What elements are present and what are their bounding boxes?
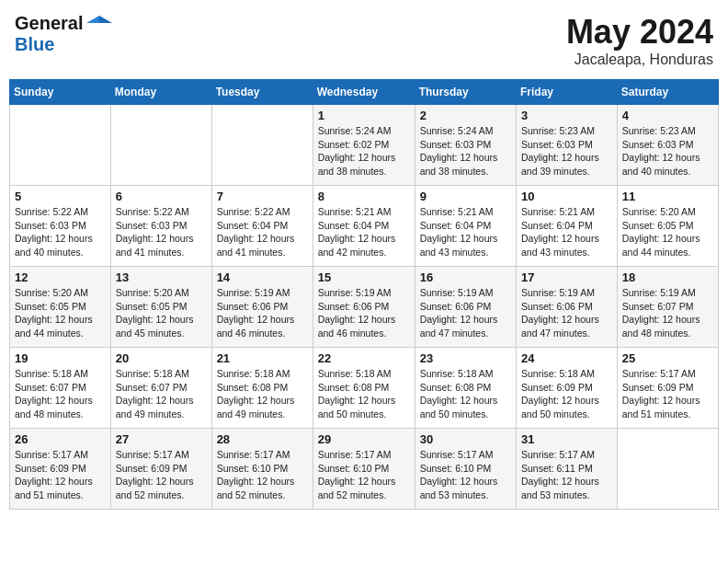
day-info: Sunrise: 5:19 AM Sunset: 6:07 PM Dayligh… xyxy=(622,286,713,340)
calendar-week-row: 19Sunrise: 5:18 AM Sunset: 6:07 PM Dayli… xyxy=(10,348,719,429)
calendar-cell: 27Sunrise: 5:17 AM Sunset: 6:09 PM Dayli… xyxy=(110,429,211,510)
title-area: May 2024 Jacaleapa, Honduras xyxy=(566,13,713,68)
calendar-week-row: 1Sunrise: 5:24 AM Sunset: 6:02 PM Daylig… xyxy=(10,105,719,186)
day-info: Sunrise: 5:18 AM Sunset: 6:07 PM Dayligh… xyxy=(15,367,106,421)
day-info: Sunrise: 5:19 AM Sunset: 6:06 PM Dayligh… xyxy=(420,286,511,340)
day-number: 28 xyxy=(217,432,308,446)
day-info: Sunrise: 5:22 AM Sunset: 6:03 PM Dayligh… xyxy=(15,205,106,259)
calendar-week-row: 26Sunrise: 5:17 AM Sunset: 6:09 PM Dayli… xyxy=(10,429,719,510)
calendar-cell xyxy=(10,105,111,186)
day-info: Sunrise: 5:17 AM Sunset: 6:10 PM Dayligh… xyxy=(217,448,308,502)
day-info: Sunrise: 5:22 AM Sunset: 6:03 PM Dayligh… xyxy=(116,205,207,259)
calendar-cell: 19Sunrise: 5:18 AM Sunset: 6:07 PM Dayli… xyxy=(10,348,111,429)
day-number: 4 xyxy=(622,109,713,122)
day-number: 18 xyxy=(622,270,713,284)
weekday-header-wednesday: Wednesday xyxy=(313,80,415,105)
day-info: Sunrise: 5:24 AM Sunset: 6:03 PM Dayligh… xyxy=(420,124,511,178)
calendar-week-row: 5Sunrise: 5:22 AM Sunset: 6:03 PM Daylig… xyxy=(10,186,719,267)
day-number: 15 xyxy=(318,270,410,284)
day-number: 12 xyxy=(15,270,106,284)
calendar-cell: 17Sunrise: 5:19 AM Sunset: 6:06 PM Dayli… xyxy=(517,267,618,348)
day-info: Sunrise: 5:17 AM Sunset: 6:09 PM Dayligh… xyxy=(15,448,106,502)
day-number: 24 xyxy=(521,351,612,365)
day-info: Sunrise: 5:20 AM Sunset: 6:05 PM Dayligh… xyxy=(622,205,713,259)
calendar-cell: 3Sunrise: 5:23 AM Sunset: 6:03 PM Daylig… xyxy=(517,105,618,186)
day-info: Sunrise: 5:22 AM Sunset: 6:04 PM Dayligh… xyxy=(217,205,308,259)
calendar-week-row: 12Sunrise: 5:20 AM Sunset: 6:05 PM Dayli… xyxy=(10,267,719,348)
weekday-header-row: SundayMondayTuesdayWednesdayThursdayFrid… xyxy=(10,80,719,105)
calendar-cell: 25Sunrise: 5:17 AM Sunset: 6:09 PM Dayli… xyxy=(617,348,718,429)
calendar-cell: 12Sunrise: 5:20 AM Sunset: 6:05 PM Dayli… xyxy=(10,267,111,348)
calendar-cell xyxy=(617,429,718,510)
calendar-cell: 15Sunrise: 5:19 AM Sunset: 6:06 PM Dayli… xyxy=(313,267,415,348)
logo: General Blue xyxy=(15,13,112,55)
day-info: Sunrise: 5:17 AM Sunset: 6:09 PM Dayligh… xyxy=(116,448,207,502)
day-info: Sunrise: 5:21 AM Sunset: 6:04 PM Dayligh… xyxy=(318,205,410,259)
day-number: 26 xyxy=(15,432,106,446)
day-info: Sunrise: 5:18 AM Sunset: 6:07 PM Dayligh… xyxy=(116,367,207,421)
day-info: Sunrise: 5:20 AM Sunset: 6:05 PM Dayligh… xyxy=(116,286,207,340)
day-number: 25 xyxy=(622,351,713,365)
calendar-table: SundayMondayTuesdayWednesdayThursdayFrid… xyxy=(9,79,719,510)
day-info: Sunrise: 5:19 AM Sunset: 6:06 PM Dayligh… xyxy=(318,286,410,340)
calendar-cell: 10Sunrise: 5:21 AM Sunset: 6:04 PM Dayli… xyxy=(517,186,618,267)
calendar-cell: 23Sunrise: 5:18 AM Sunset: 6:08 PM Dayli… xyxy=(415,348,516,429)
calendar-cell: 8Sunrise: 5:21 AM Sunset: 6:04 PM Daylig… xyxy=(313,186,415,267)
day-number: 7 xyxy=(217,190,308,203)
day-number: 23 xyxy=(420,351,511,365)
calendar-cell: 30Sunrise: 5:17 AM Sunset: 6:10 PM Dayli… xyxy=(415,429,516,510)
calendar-cell xyxy=(211,105,313,186)
weekday-header-friday: Friday xyxy=(517,80,618,105)
day-number: 11 xyxy=(622,190,713,203)
calendar-cell: 26Sunrise: 5:17 AM Sunset: 6:09 PM Dayli… xyxy=(10,429,111,510)
weekday-header-thursday: Thursday xyxy=(415,80,516,105)
day-info: Sunrise: 5:18 AM Sunset: 6:08 PM Dayligh… xyxy=(318,367,410,421)
day-info: Sunrise: 5:19 AM Sunset: 6:06 PM Dayligh… xyxy=(217,286,308,340)
weekday-header-sunday: Sunday xyxy=(10,80,111,105)
calendar-header: General Blue May 2024 Jacaleapa, Hondura… xyxy=(9,9,719,72)
day-number: 6 xyxy=(116,190,207,203)
svg-marker-1 xyxy=(86,16,99,23)
day-number: 21 xyxy=(217,351,308,365)
day-number: 1 xyxy=(318,109,410,122)
calendar-cell: 2Sunrise: 5:24 AM Sunset: 6:03 PM Daylig… xyxy=(415,105,516,186)
day-number: 13 xyxy=(116,270,207,284)
svg-marker-0 xyxy=(99,16,112,23)
day-number: 17 xyxy=(521,270,612,284)
calendar-cell: 16Sunrise: 5:19 AM Sunset: 6:06 PM Dayli… xyxy=(415,267,516,348)
day-info: Sunrise: 5:17 AM Sunset: 6:11 PM Dayligh… xyxy=(521,448,612,502)
day-number: 9 xyxy=(420,190,511,203)
calendar-cell: 14Sunrise: 5:19 AM Sunset: 6:06 PM Dayli… xyxy=(211,267,313,348)
calendar-cell: 18Sunrise: 5:19 AM Sunset: 6:07 PM Dayli… xyxy=(617,267,718,348)
calendar-title: May 2024 xyxy=(566,13,713,52)
calendar-cell: 1Sunrise: 5:24 AM Sunset: 6:02 PM Daylig… xyxy=(313,105,415,186)
calendar-cell: 13Sunrise: 5:20 AM Sunset: 6:05 PM Dayli… xyxy=(110,267,211,348)
calendar-subtitle: Jacaleapa, Honduras xyxy=(566,52,713,68)
calendar-cell xyxy=(110,105,211,186)
logo-bird-icon xyxy=(86,14,112,34)
calendar-cell: 22Sunrise: 5:18 AM Sunset: 6:08 PM Dayli… xyxy=(313,348,415,429)
calendar-cell: 21Sunrise: 5:18 AM Sunset: 6:08 PM Dayli… xyxy=(211,348,313,429)
logo-general-text: General xyxy=(15,13,83,34)
day-info: Sunrise: 5:17 AM Sunset: 6:10 PM Dayligh… xyxy=(318,448,410,502)
day-number: 29 xyxy=(318,432,410,446)
calendar-cell: 11Sunrise: 5:20 AM Sunset: 6:05 PM Dayli… xyxy=(617,186,718,267)
day-number: 14 xyxy=(217,270,308,284)
calendar-cell: 20Sunrise: 5:18 AM Sunset: 6:07 PM Dayli… xyxy=(110,348,211,429)
day-number: 5 xyxy=(15,190,106,203)
calendar-cell: 6Sunrise: 5:22 AM Sunset: 6:03 PM Daylig… xyxy=(110,186,211,267)
day-info: Sunrise: 5:19 AM Sunset: 6:06 PM Dayligh… xyxy=(521,286,612,340)
day-info: Sunrise: 5:18 AM Sunset: 6:09 PM Dayligh… xyxy=(521,367,612,421)
day-number: 30 xyxy=(420,432,511,446)
day-info: Sunrise: 5:21 AM Sunset: 6:04 PM Dayligh… xyxy=(521,205,612,259)
calendar-cell: 24Sunrise: 5:18 AM Sunset: 6:09 PM Dayli… xyxy=(517,348,618,429)
day-number: 2 xyxy=(420,109,511,122)
day-info: Sunrise: 5:18 AM Sunset: 6:08 PM Dayligh… xyxy=(217,367,308,421)
day-number: 27 xyxy=(116,432,207,446)
day-info: Sunrise: 5:20 AM Sunset: 6:05 PM Dayligh… xyxy=(15,286,106,340)
calendar-cell: 28Sunrise: 5:17 AM Sunset: 6:10 PM Dayli… xyxy=(211,429,313,510)
calendar-cell: 31Sunrise: 5:17 AM Sunset: 6:11 PM Dayli… xyxy=(517,429,618,510)
day-info: Sunrise: 5:18 AM Sunset: 6:08 PM Dayligh… xyxy=(420,367,511,421)
calendar-cell: 5Sunrise: 5:22 AM Sunset: 6:03 PM Daylig… xyxy=(10,186,111,267)
day-number: 22 xyxy=(318,351,410,365)
